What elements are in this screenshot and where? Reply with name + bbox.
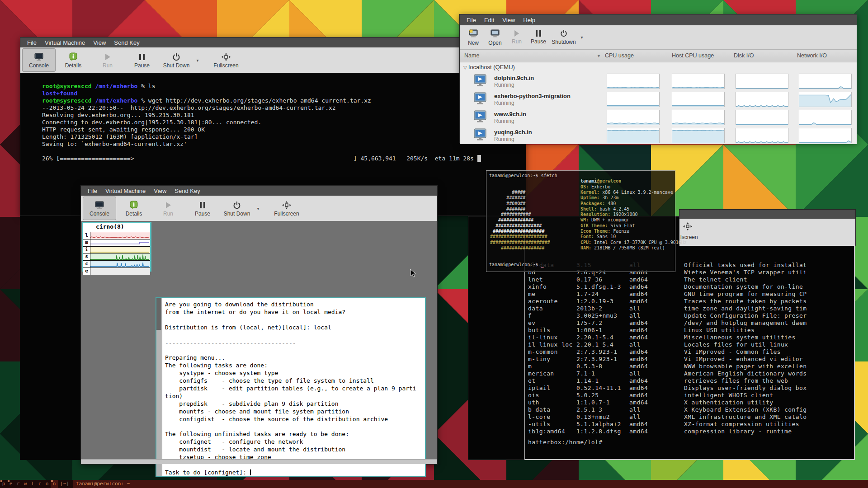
menu-item-virtual-machine[interactable]: Virtual Machine	[41, 39, 89, 47]
dpkg-text: il-linux	[528, 334, 558, 341]
dpkg-text: amd64	[629, 276, 648, 283]
run-button[interactable]: Run	[151, 197, 185, 220]
menu-item-virtual-machine[interactable]: Virtual Machine	[101, 187, 150, 195]
vm-row-www.9ch.in[interactable]: www.9ch.inRunning	[460, 108, 857, 127]
column-host-cpu[interactable]: Host CPU usage	[672, 52, 714, 59]
dwm-tag-l[interactable]: l	[29, 480, 36, 488]
menu-item-help[interactable]: Help	[519, 16, 539, 24]
dwm-tag-p[interactable]: p	[0, 480, 7, 488]
installer-text: Are you going to download the distributi…	[165, 301, 416, 477]
menu-item-send-key[interactable]: Send Key	[170, 187, 204, 195]
fullscreen-button[interactable]: Fullscreen	[270, 197, 303, 220]
scrollbar-thumb[interactable]	[156, 298, 161, 330]
details-button[interactable]: Details	[57, 48, 90, 72]
pause-button[interactable]: Pause	[528, 27, 549, 48]
dwm-tag-w[interactable]: w	[22, 480, 29, 488]
chart-disk	[736, 128, 788, 143]
menu-item-view[interactable]: View	[89, 39, 110, 47]
tag-indicator	[0, 480, 2, 482]
dpkg-text: 0.52.14-11.1	[576, 385, 621, 391]
menu-item-view[interactable]: View	[150, 187, 170, 195]
plan9-install-window[interactable]: Are you going to download the distributi…	[156, 297, 426, 477]
vm-icon	[472, 128, 488, 142]
vm-name: exherbo-python3-migration	[494, 93, 571, 99]
open-button[interactable]: Open	[484, 27, 506, 48]
power-icon	[560, 29, 568, 39]
shutdown-menu-caret[interactable]: ▾	[194, 49, 201, 71]
chart-hostcpu	[672, 74, 725, 89]
dpkg-text: amd64	[629, 363, 648, 370]
dwm-tag-n[interactable]: n	[51, 480, 58, 488]
dpkg-text: all	[629, 305, 641, 312]
shutdown-menu-caret[interactable]: ▾	[578, 26, 585, 49]
column-disk-io[interactable]: Disk I/O	[734, 52, 754, 59]
dpkg-text: The telnet client	[684, 276, 852, 283]
column-cpu[interactable]: CPU usage	[605, 52, 634, 59]
pause-button[interactable]: Pause	[186, 197, 219, 220]
dwm-tag-o[interactable]: o	[43, 480, 51, 488]
menu-item-file[interactable]: File	[23, 39, 41, 47]
dpkg-text: WWW browsable pager with excellen	[684, 363, 852, 370]
shutdown-button[interactable]: Shut Down	[160, 48, 193, 72]
dpkg-text: XML infrastructure and XML catalo	[684, 413, 852, 420]
dpkg-text: 2.5.1-3	[576, 406, 603, 413]
dpkg-text: 1:1.0.7-1	[576, 399, 610, 406]
shutdown-button[interactable]: Shut Down	[220, 197, 254, 220]
vm-row-exherbo-python3-migration[interactable]: exherbo-python3-migrationRunning	[460, 90, 857, 108]
stats-row-label: m	[83, 239, 90, 246]
dpkg-text: 0.13+nmu2	[576, 413, 610, 420]
new-vm-button[interactable]: New	[462, 27, 484, 48]
chart-net	[799, 128, 852, 143]
pause-button[interactable]: Pause	[125, 48, 159, 72]
column-network-io[interactable]: Network I/O	[797, 52, 827, 59]
menu-item-file[interactable]: File	[84, 187, 101, 195]
stats-row-label: s	[83, 253, 90, 260]
run-button[interactable]: Run	[91, 48, 124, 72]
host-row[interactable]: ▽ localhost (QEMU)	[463, 64, 515, 70]
layout-indicator[interactable]: [~]	[58, 480, 71, 488]
monitor-icon	[94, 200, 104, 211]
stats-row-s: s	[83, 253, 150, 260]
run-button[interactable]: Run	[506, 27, 528, 48]
shutdown-menu-caret[interactable]: ▾	[255, 197, 262, 220]
terminal-sfetch[interactable]: tanami@perwlcon:~$ sfetchtanami@perwlcon…	[486, 170, 675, 272]
vm-list: ▽ localhost (QEMU) dolphin.9ch.inRunning…	[460, 62, 857, 144]
menu-item-edit[interactable]: Edit	[480, 16, 498, 24]
expander-icon[interactable]: ▽	[463, 65, 467, 70]
shutdown-button[interactable]: Shutdown	[549, 27, 578, 48]
console-button[interactable]: Console	[22, 48, 56, 72]
dwm-taskbar: perwlcon[~] tanami@perwlcon: ~	[0, 480, 868, 488]
menu-item-file[interactable]: File	[462, 16, 480, 24]
titlebar	[679, 210, 855, 219]
dpkg-text: amd64	[629, 392, 648, 399]
chart-net	[799, 74, 852, 89]
dpkg-text: 2:7.3.923-1	[576, 356, 618, 362]
terminal-window-left-column	[20, 216, 80, 460]
chart-hostcpu	[672, 92, 725, 107]
dwm-tag-c[interactable]: c	[36, 480, 43, 488]
toolbar: Console Details Run Pause Shut D	[81, 196, 437, 221]
plan9-stats-window[interactable]: cirno(8) lmisce	[82, 222, 151, 272]
dpkg-text: m-common	[528, 348, 558, 355]
dwm-tag-r[interactable]: r	[14, 480, 22, 488]
chart-disk	[736, 110, 788, 125]
vm-row-yuqing.9ch.in[interactable]: yuqing.9ch.inRunning	[460, 127, 857, 145]
details-button[interactable]: Details	[117, 197, 151, 220]
dpkg-text: compression library - runtime	[684, 428, 852, 435]
menu-item-view[interactable]: View	[498, 16, 519, 24]
sort-arrow-icon[interactable]: ▼	[597, 54, 601, 58]
plan9-scrollbar[interactable]	[156, 298, 162, 476]
column-name[interactable]: Name	[464, 52, 479, 59]
dpkg-text: 1.14-1	[576, 377, 599, 384]
dwm-tag-e[interactable]: e	[7, 480, 14, 488]
vm-console-screen[interactable]: cirno(8) lmisce Are you going to downloa…	[81, 221, 437, 460]
menu-item-send-key[interactable]: Send Key	[110, 39, 143, 47]
new-vm-icon	[468, 28, 479, 40]
vm-row-dolphin.9ch.in[interactable]: dolphin.9ch.inRunning	[460, 72, 857, 90]
stats-row-label: c	[83, 261, 90, 267]
vm-status: Running	[494, 118, 514, 124]
console-button[interactable]: Console	[83, 197, 116, 220]
play-icon	[164, 200, 172, 211]
dpkg-text: m	[528, 363, 532, 370]
fullscreen-button[interactable]: Fullscreen	[209, 48, 243, 72]
